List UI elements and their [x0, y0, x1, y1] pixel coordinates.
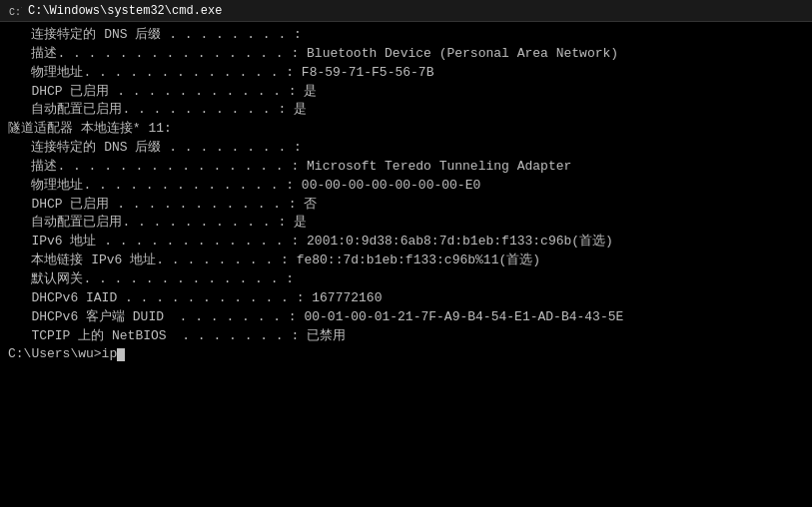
terminal-line: 连接特定的 DNS 后缀 . . . . . . . . :	[8, 139, 804, 158]
title-bar: C:\ C:\Windows\system32\cmd.exe	[0, 0, 812, 22]
terminal-line: DHCPv6 客户端 DUID . . . . . . . : 00-01-00…	[8, 308, 804, 327]
cmd-icon: C:\	[8, 4, 22, 18]
title-bar-text: C:\Windows\system32\cmd.exe	[28, 4, 222, 18]
terminal-line: 物理地址. . . . . . . . . . . . . : F8-59-71…	[8, 64, 804, 83]
svg-text:C:\: C:\	[9, 7, 22, 18]
terminal-line: 描述. . . . . . . . . . . . . . . : Blueto…	[8, 45, 804, 64]
terminal-line: 隧道适配器 本地连接* 11:	[8, 120, 804, 139]
terminal-line: 自动配置已启用. . . . . . . . . . : 是	[8, 101, 804, 120]
terminal-line: 自动配置已启用. . . . . . . . . . : 是	[8, 214, 804, 233]
cursor	[117, 348, 125, 361]
terminal-line: DHCPv6 IAID . . . . . . . . . . . : 1677…	[8, 289, 804, 308]
terminal-line: DHCP 已启用 . . . . . . . . . . . : 是	[8, 83, 804, 102]
terminal-line: TCPIP 上的 NetBIOS . . . . . . . : 已禁用	[8, 327, 804, 346]
terminal-line: C:\Users\wu>ip	[8, 345, 804, 364]
terminal-line: 本地链接 IPv6 地址. . . . . . . . : fe80::7d:b…	[8, 252, 804, 270]
terminal-body: 连接特定的 DNS 后缀 . . . . . . . . : 描述. . . .…	[0, 22, 812, 507]
terminal-line: 默认网关. . . . . . . . . . . . . :	[8, 270, 804, 289]
terminal-line: DHCP 已启用 . . . . . . . . . . . : 否	[8, 196, 804, 215]
terminal-line: 连接特定的 DNS 后缀 . . . . . . . . :	[8, 26, 804, 45]
terminal-line: 描述. . . . . . . . . . . . . . . : Micros…	[8, 158, 804, 177]
terminal-line: 物理地址. . . . . . . . . . . . . : 00-00-00…	[8, 177, 804, 196]
terminal-line: IPv6 地址 . . . . . . . . . . . . : 2001:0…	[8, 233, 804, 252]
